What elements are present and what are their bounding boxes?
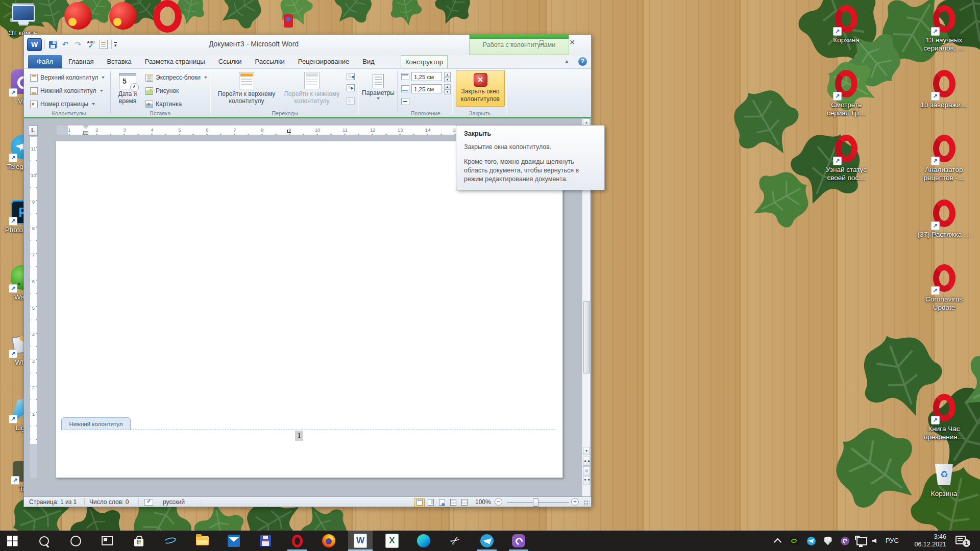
- spellcheck-icon[interactable]: [144, 499, 153, 506]
- taskbar-button[interactable]: [63, 531, 88, 551]
- word-logo-icon[interactable]: W: [27, 38, 42, 51]
- document-page[interactable]: Нижний колонтитул 1: [56, 141, 563, 478]
- save-button[interactable]: [47, 39, 58, 49]
- fullscreen-reading-view-button[interactable]: [425, 498, 436, 507]
- footer-position-field[interactable]: 1,25 см: [411, 84, 442, 93]
- menu-button[interactable]: Рисунок: [143, 85, 181, 96]
- desktop-icon[interactable]: Смотреть сериал Гр…: [821, 70, 872, 117]
- word-count[interactable]: Число слов: 0: [89, 498, 129, 506]
- desktop-shortcut-icon[interactable]: [109, 2, 137, 30]
- options-button[interactable]: Параметры: [360, 70, 397, 107]
- opera-icon[interactable]: [153, 0, 182, 33]
- taskbar-button[interactable]: [127, 531, 151, 551]
- page-indicator[interactable]: Страница: 1 из 1: [29, 498, 77, 506]
- draft-view-button[interactable]: [459, 498, 470, 507]
- desktop-icon[interactable]: Coronavirus Update: [917, 264, 971, 312]
- desktop-icon[interactable]: Корзина: [917, 459, 971, 498]
- previous-section-button[interactable]: [347, 73, 355, 80]
- menu-button[interactable]: Экспресс-блоки: [143, 72, 209, 83]
- close-header-footer-button[interactable]: ✕ Закрыть окно колонтитулов: [456, 70, 505, 107]
- desktop-icon[interactable]: (37) Растяжка …: [917, 199, 971, 239]
- link-to-previous-button[interactable]: [347, 97, 355, 105]
- header-position-field[interactable]: 1,25 см: [411, 72, 442, 81]
- desktop-icon[interactable]: Анализатор рецептов -…: [917, 135, 971, 182]
- footer-position-stepper[interactable]: ▲▼: [444, 84, 451, 94]
- ribbon-tab[interactable]: Файл: [28, 55, 62, 68]
- taskbar-button[interactable]: [316, 531, 341, 551]
- header-position-stepper[interactable]: ▲▼: [444, 72, 451, 82]
- desktop-icon[interactable]: Корзина: [821, 5, 872, 44]
- taskbar-button[interactable]: W: [348, 531, 373, 551]
- taskbar-button[interactable]: [411, 531, 436, 551]
- volume-tray-icon[interactable]: [869, 536, 880, 546]
- network-tray-icon[interactable]: [856, 536, 867, 546]
- ribbon-tab[interactable]: Рассылки: [249, 55, 291, 68]
- taskbar-button[interactable]: [285, 531, 309, 551]
- ribbon-tab[interactable]: Вид: [356, 55, 381, 68]
- undo-button[interactable]: ↶: [60, 39, 70, 49]
- next-section-button[interactable]: [347, 84, 355, 91]
- desktop-shortcut-icon[interactable]: [284, 14, 293, 28]
- desktop-icon[interactable]: Эт компь: [0, 4, 48, 37]
- ribbon-tab[interactable]: Разметка страницы: [138, 55, 212, 68]
- desktop-icon[interactable]: Узнай статус своей пос…: [821, 135, 872, 182]
- tab-designer[interactable]: Конструктор: [401, 55, 448, 68]
- telegram-tray-icon[interactable]: [805, 536, 817, 546]
- language-switcher[interactable]: РУС: [881, 537, 903, 544]
- footer-page-number[interactable]: 1: [295, 431, 303, 441]
- scrollbar-thumb[interactable]: [583, 301, 590, 373]
- go-to-header-button[interactable]: Перейти к верхнему колонтитулу: [214, 70, 279, 107]
- minimize-ribbon-icon[interactable]: ▲: [564, 58, 570, 64]
- taskbar-button[interactable]: [253, 531, 278, 551]
- menu-button[interactable]: Картинка: [143, 98, 184, 110]
- viber-tray-icon[interactable]: [839, 536, 850, 546]
- menu-button[interactable]: Номер страницы: [28, 98, 97, 110]
- ribbon-tab[interactable]: Ссылки: [212, 55, 249, 68]
- resize-grip[interactable]: [583, 500, 590, 506]
- outline-view-button[interactable]: [448, 498, 458, 507]
- language-indicator[interactable]: русский: [163, 498, 185, 506]
- maximize-button[interactable]: □: [532, 37, 551, 48]
- taskbar-button[interactable]: [222, 531, 246, 551]
- taskbar-button[interactable]: [0, 531, 24, 551]
- menu-button[interactable]: Нижний колонтитул: [28, 85, 105, 96]
- zoom-out-button[interactable]: −: [495, 498, 502, 506]
- clock[interactable]: 3:46 06.12.2021: [904, 533, 946, 548]
- desktop-icon[interactable]: 13 научных сериалов, …: [917, 5, 971, 53]
- taskbar-button[interactable]: [95, 531, 119, 551]
- scroll-down-button[interactable]: ▼: [583, 447, 590, 455]
- ribbon-tab[interactable]: Рецензирование: [291, 55, 356, 68]
- taskbar-button[interactable]: [190, 531, 214, 551]
- minimize-button[interactable]: –: [501, 37, 521, 48]
- print-layout-view-button[interactable]: [414, 498, 425, 507]
- redo-button[interactable]: ↷: [73, 39, 83, 49]
- desktop-icon[interactable]: Книга Час презрения…: [917, 394, 971, 441]
- defender-tray-icon[interactable]: [822, 536, 834, 546]
- zoom-slider-thumb[interactable]: [533, 498, 538, 507]
- go-to-footer-button[interactable]: Перейти к нижнему колонтитулу: [280, 70, 344, 107]
- desktop-shortcut-icon[interactable]: [64, 2, 92, 30]
- taskbar-button[interactable]: [506, 531, 531, 551]
- center-tab-stop[interactable]: [287, 130, 291, 133]
- taskbar-button[interactable]: X: [380, 531, 404, 551]
- web-layout-view-button[interactable]: [436, 498, 447, 507]
- taskbar-button[interactable]: [158, 531, 183, 551]
- taskbar-button[interactable]: [32, 531, 56, 551]
- help-button[interactable]: ?: [578, 57, 587, 66]
- desktop-icon[interactable]: 10 заворажи…: [917, 70, 971, 109]
- close-button[interactable]: ✕: [562, 37, 582, 48]
- ribbon-tab[interactable]: Главная: [62, 55, 100, 68]
- vertical-ruler[interactable]: [30, 137, 37, 444]
- date-time-button[interactable]: Дата и время: [114, 70, 141, 107]
- show-hidden-icons-button[interactable]: [772, 536, 783, 546]
- indent-markers[interactable]: [83, 126, 88, 135]
- select-browse-object-button[interactable]: ◎: [583, 466, 590, 475]
- alignment-tab-button[interactable]: [401, 98, 409, 105]
- zoom-in-button[interactable]: +: [571, 498, 579, 506]
- tab-selector[interactable]: L: [28, 126, 38, 136]
- zoom-level[interactable]: 100%: [475, 498, 491, 506]
- next-page-button[interactable]: ▼▼: [583, 476, 590, 485]
- nvidia-tray-icon[interactable]: [789, 536, 800, 546]
- taskbar-button[interactable]: [475, 531, 499, 551]
- previous-page-button[interactable]: ▲▲: [583, 457, 590, 466]
